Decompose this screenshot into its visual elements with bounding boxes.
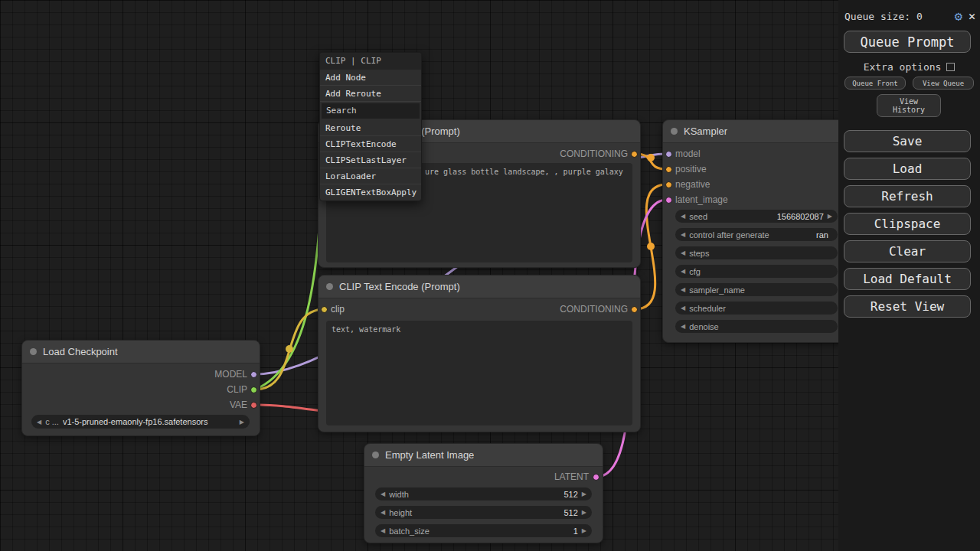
widget-name: width (389, 490, 409, 499)
arrow-left-icon[interactable]: ◀ (681, 323, 685, 330)
node-title-bar[interactable]: CLIP Text Encode (Prompt) (318, 276, 640, 298)
context-menu: CLIP | CLIP Add Node Add Reroute Search … (319, 52, 422, 201)
collapse-dot-icon[interactable] (671, 128, 678, 135)
output-label-clip: CLIP (227, 384, 247, 395)
output-slot-conditioning[interactable] (631, 306, 638, 313)
input-label-latent-image: latent_image (675, 194, 728, 205)
arrow-left-icon[interactable]: ◀ (681, 249, 685, 256)
settings-gear-icon[interactable]: ⚙ (955, 10, 962, 23)
arrow-left-icon[interactable]: ◀ (37, 419, 41, 425)
menu-item-add-node[interactable]: Add Node (320, 70, 421, 86)
close-icon[interactable]: ✕ (969, 9, 975, 23)
view-history-button[interactable]: View History (877, 94, 941, 117)
arrow-left-icon[interactable]: ◀ (681, 268, 685, 275)
queue-front-button[interactable]: Queue Front (844, 77, 906, 90)
extra-options-label: Extra options (864, 61, 942, 73)
menu-item-clipsetlastlayer[interactable]: CLIPSetLastLayer (320, 152, 421, 168)
seed-widget[interactable]: ◀ seed 1566802087 ▶ (675, 210, 838, 223)
menu-item-reroute[interactable]: Reroute (320, 120, 421, 136)
widget-name: seed (689, 212, 707, 221)
arrow-right-icon[interactable]: ▶ (828, 213, 832, 220)
extra-options-checkbox[interactable] (946, 63, 955, 71)
node-title-bar[interactable]: KSampler (663, 120, 845, 143)
output-slot-conditioning[interactable] (631, 151, 638, 158)
node-ksampler[interactable]: KSampler model positive negative latent_… (662, 119, 846, 343)
clear-button[interactable]: Clear (844, 240, 971, 262)
input-label-negative: negative (675, 179, 710, 190)
node-title-bar[interactable]: Empty Latent Image (364, 444, 603, 467)
clipspace-button[interactable]: Clipspace (844, 213, 971, 235)
widget-value: ran (773, 230, 828, 240)
menu-item-add-reroute[interactable]: Add Reroute (320, 86, 421, 102)
queue-prompt-button[interactable]: Queue Prompt (844, 31, 971, 53)
arrow-left-icon[interactable]: ◀ (681, 213, 685, 220)
width-widget[interactable]: ◀ width 512 ▶ (375, 487, 592, 500)
input-slot-negative[interactable] (665, 181, 672, 188)
reset-view-button[interactable]: Reset View (844, 295, 971, 318)
node-load-checkpoint[interactable]: Load Checkpoint MODEL CLIP VAE ◀ c ... v… (21, 340, 260, 436)
widget-name: sampler_name (689, 285, 745, 295)
arrow-right-icon[interactable]: ▶ (582, 491, 586, 497)
arrow-left-icon[interactable]: ◀ (681, 231, 685, 238)
height-widget[interactable]: ◀ height 512 ▶ (375, 506, 592, 519)
input-slot-model[interactable] (665, 151, 672, 158)
input-label-model: model (675, 148, 701, 159)
arrow-right-icon[interactable]: ▶ (582, 527, 586, 534)
widget-value: 512 (413, 490, 578, 499)
input-slot-latent-image[interactable] (665, 197, 672, 204)
menu-item-loraloader[interactable]: LoraLoader (320, 168, 421, 184)
output-slot-model[interactable] (250, 371, 257, 378)
control-after-generate-widget[interactable]: ◀ control after generate ran (675, 228, 838, 241)
node-clip-text-encode-bottom[interactable]: CLIP Text Encode (Prompt) clip CONDITION… (318, 275, 641, 432)
arrow-left-icon[interactable]: ◀ (381, 491, 385, 497)
output-slot-latent[interactable] (593, 474, 599, 481)
batch-size-widget[interactable]: ◀ batch_size 1 ▶ (375, 524, 592, 537)
node-empty-latent-image[interactable]: Empty Latent Image LATENT ◀ width 512 ▶ … (364, 443, 603, 543)
widget-name: denoise (689, 322, 719, 331)
scheduler-widget[interactable]: ◀ scheduler (675, 302, 838, 315)
collapse-dot-icon[interactable] (372, 452, 379, 458)
input-slot-clip[interactable] (321, 306, 328, 313)
save-button[interactable]: Save (844, 130, 971, 152)
output-label-latent: LATENT (554, 471, 589, 482)
output-slot-clip[interactable] (250, 386, 257, 393)
refresh-button[interactable]: Refresh (844, 185, 971, 207)
widget-value: v1-5-pruned-emaonly-fp16.safetensors (63, 417, 236, 426)
ckpt-name-widget[interactable]: ◀ c ... v1-5-pruned-emaonly-fp16.safeten… (31, 415, 250, 429)
widget-name: steps (689, 249, 709, 258)
node-title: Empty Latent Image (385, 449, 474, 461)
widget-name: scheduler (689, 304, 726, 313)
output-label-model: MODEL (214, 369, 247, 380)
sampler-name-widget[interactable]: ◀ sampler_name (675, 283, 838, 296)
node-title-bar[interactable]: Load Checkpoint (22, 341, 260, 364)
arrow-right-icon[interactable]: ▶ (582, 509, 586, 516)
arrow-left-icon[interactable]: ◀ (681, 286, 685, 293)
view-queue-button[interactable]: View Queue (913, 77, 974, 90)
output-label-conditioning: CONDITIONING (560, 304, 628, 315)
collapse-dot-icon[interactable] (326, 283, 333, 290)
arrow-left-icon[interactable]: ◀ (681, 305, 685, 311)
steps-widget[interactable]: ◀ steps (675, 246, 838, 259)
output-label-conditioning: CONDITIONING (560, 148, 628, 159)
menu-search-input[interactable]: Search (322, 103, 420, 119)
load-button[interactable]: Load (844, 158, 971, 180)
prompt-textarea[interactable]: text, watermark (326, 321, 632, 425)
menu-item-gligentextboxapply[interactable]: GLIGENTextBoxApply (320, 184, 421, 201)
cfg-widget[interactable]: ◀ cfg (675, 265, 838, 278)
node-title: KSampler (684, 126, 727, 137)
load-default-button[interactable]: Load Default (844, 268, 971, 290)
output-slot-vae[interactable] (250, 402, 257, 409)
input-slot-positive[interactable] (665, 166, 672, 173)
arrow-right-icon[interactable]: ▶ (240, 419, 244, 425)
output-label-vae: VAE (230, 399, 247, 410)
arrow-left-icon[interactable]: ◀ (381, 527, 385, 534)
widget-name: cfg (689, 267, 701, 276)
menu-item-cliptextencode[interactable]: CLIPTextEncode (320, 136, 421, 152)
queue-size-label: Queue size: 0 (844, 11, 949, 22)
link-midpoint-dot (647, 154, 655, 161)
widget-name: c ... (45, 417, 59, 426)
denoise-widget[interactable]: ◀ denoise (675, 320, 838, 333)
arrow-left-icon[interactable]: ◀ (381, 509, 385, 516)
link-midpoint-dot (647, 243, 655, 250)
collapse-dot-icon[interactable] (30, 348, 37, 355)
